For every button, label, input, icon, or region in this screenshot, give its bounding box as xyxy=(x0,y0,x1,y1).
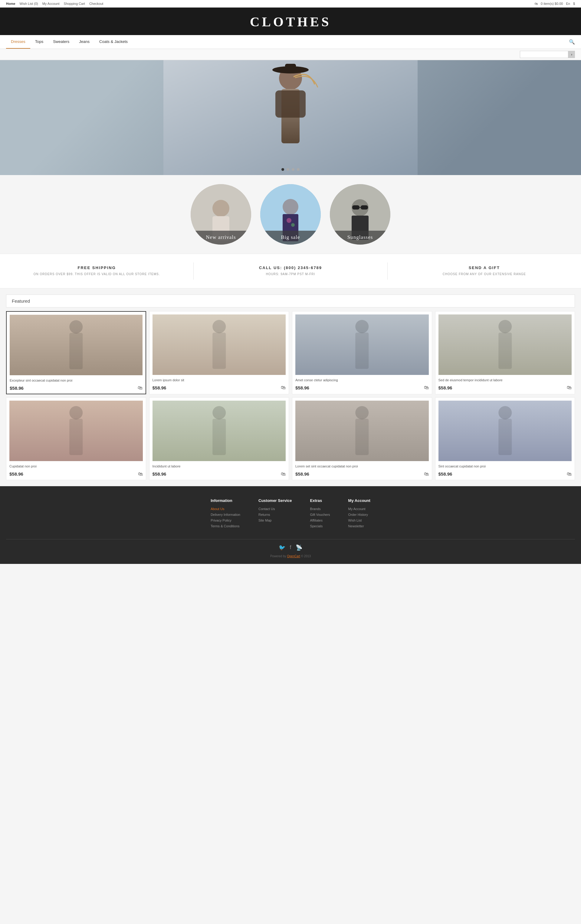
product-image xyxy=(439,314,572,375)
category-sunglasses[interactable]: Sunglasses xyxy=(330,184,391,244)
add-to-cart-button[interactable]: 🛍 xyxy=(281,385,286,390)
add-to-cart-button[interactable]: 🛍 xyxy=(138,471,143,477)
footer-link[interactable]: About Us xyxy=(210,507,240,511)
product-card[interactable]: Excepteur sint occaecat cupidatat non pr… xyxy=(6,311,146,394)
product-card[interactable]: Lorem ipsum dolor sit $58.96 🛍 xyxy=(149,311,289,394)
footer-bottom: 🐦 f 📡 Powered by OpenCart © 2013 xyxy=(6,539,575,558)
feature-gift: SEND A GIFT CHOOSE FROM ANY OF OUR EXTEN… xyxy=(387,262,581,280)
footer-column: ExtrasBrandsGift VouchersAffiliatesSpeci… xyxy=(310,498,330,530)
rss-icon[interactable]: 📡 xyxy=(296,544,302,551)
product-card[interactable]: Sed de eiusmod tempor incididunt ut labo… xyxy=(435,311,575,394)
svg-point-26 xyxy=(498,320,512,333)
footer-link[interactable]: Gift Vouchers xyxy=(310,513,330,516)
footer-copyright: Powered by OpenCart © 2013 xyxy=(6,554,575,558)
footer-link[interactable]: Contact Us xyxy=(258,507,292,511)
top-nav: Home Wish List (0) My Account Shopping C… xyxy=(6,2,103,5)
footer-link[interactable]: My Account xyxy=(348,507,371,511)
footer-link[interactable]: Order History xyxy=(348,513,371,516)
nav-item-dresses[interactable]: Dresses xyxy=(6,35,30,49)
footer-col-heading: Information xyxy=(210,498,240,503)
footer-link[interactable]: Terms & Conditions xyxy=(210,524,240,528)
product-card[interactable]: Lorem set sint occaecat cupidatat non pr… xyxy=(292,397,432,480)
footer-link[interactable]: Site Map xyxy=(258,518,292,522)
search-bar: › xyxy=(0,49,581,60)
site-header: CLOTHES xyxy=(0,8,581,35)
product-price-row: $58.96 🛍 xyxy=(9,471,143,477)
hero-dot-4[interactable] xyxy=(297,168,300,171)
facebook-icon[interactable]: f xyxy=(290,544,291,551)
search-input[interactable] xyxy=(520,51,568,58)
search-button[interactable]: › xyxy=(568,51,575,58)
site-logo[interactable]: CLOTHES xyxy=(0,14,581,30)
product-img-placeholder xyxy=(152,314,286,375)
footer-link[interactable]: Newsletter xyxy=(348,524,371,528)
language-selector[interactable]: En xyxy=(566,2,570,5)
product-image xyxy=(295,401,429,461)
cart-summary[interactable]: 0 item(s) $0.00 xyxy=(541,2,563,5)
svg-rect-17 xyxy=(361,205,368,210)
footer-link[interactable]: Specials xyxy=(310,524,330,528)
product-card[interactable]: Amet conse ctetur adipiscing $58.96 🛍 xyxy=(292,311,432,394)
footer-columns: InformationAbout UsDelivery InformationP… xyxy=(6,498,575,530)
product-image xyxy=(10,315,142,375)
top-nav-myaccount[interactable]: My Account xyxy=(42,2,60,5)
footer-link[interactable]: Returns xyxy=(258,513,292,516)
svg-point-28 xyxy=(69,406,83,419)
footer-link[interactable]: Delivery Information xyxy=(210,513,240,516)
hero-dot-2[interactable] xyxy=(286,168,289,171)
nav-item-coats[interactable]: Coats & Jackets xyxy=(94,35,132,49)
add-to-cart-button[interactable]: 🛍 xyxy=(138,385,142,391)
currency-selector[interactable]: $ xyxy=(573,2,575,5)
nav-item-sweaters[interactable]: Sweaters xyxy=(48,35,74,49)
site-footer: InformationAbout UsDelivery InformationP… xyxy=(0,486,581,564)
footer-column: InformationAbout UsDelivery InformationP… xyxy=(210,498,240,530)
opencart-link[interactable]: OpenCart xyxy=(287,554,300,558)
footer-link[interactable]: Affiliates xyxy=(310,518,330,522)
product-image xyxy=(9,401,143,461)
svg-point-34 xyxy=(498,406,512,419)
category-big-sale[interactable]: Big sale xyxy=(260,184,321,244)
footer-link[interactable]: Wish List xyxy=(348,518,371,522)
product-image xyxy=(439,401,572,461)
add-to-cart-button[interactable]: 🛍 xyxy=(424,471,429,477)
product-name: Excepteur sint occaecat cupidatat non pr… xyxy=(10,378,142,383)
twitter-icon[interactable]: 🐦 xyxy=(279,544,285,551)
add-to-cart-button[interactable]: 🛍 xyxy=(567,471,572,477)
product-image xyxy=(295,314,429,375)
top-nav-home[interactable]: Home xyxy=(6,2,15,5)
product-price-row: $58.96 🛍 xyxy=(295,385,429,390)
product-card[interactable]: Cupidatat non proi $58.96 🛍 xyxy=(6,397,146,480)
category-new-arrivals[interactable]: New arrivals xyxy=(190,184,251,244)
footer-link[interactable]: Privacy Policy xyxy=(210,518,240,522)
product-img-placeholder xyxy=(295,314,429,375)
svg-rect-31 xyxy=(212,419,226,455)
category-new-arrivals-label: New arrivals xyxy=(190,231,251,244)
products-grid: Excepteur sint occaecat cupidatat non pr… xyxy=(6,311,575,480)
svg-point-13 xyxy=(291,223,295,227)
add-to-cart-button[interactable]: 🛍 xyxy=(281,471,286,477)
hero-dot-1[interactable] xyxy=(281,168,284,171)
social-icons: 🐦 f 📡 xyxy=(6,544,575,551)
hero-svg xyxy=(0,60,581,175)
top-nav-cart[interactable]: Shopping Cart xyxy=(64,2,85,5)
feature-gift-title: SEND A GIFT xyxy=(397,266,572,270)
product-card[interactable]: Sint occaecat cupidatat non proi $58.96 … xyxy=(435,397,575,480)
product-card[interactable]: Incididunt ut labore $58.96 🛍 xyxy=(149,397,289,480)
hero-dots xyxy=(281,168,300,171)
hero-dot-3[interactable] xyxy=(292,168,295,171)
svg-point-12 xyxy=(286,218,291,223)
product-name: Lorem ipsum dolor sit xyxy=(152,378,286,383)
search-icon[interactable]: 🔍 xyxy=(569,39,575,45)
svg-point-24 xyxy=(355,320,369,333)
top-nav-wishlist[interactable]: Wish List (0) xyxy=(20,2,38,5)
svg-rect-23 xyxy=(212,333,226,369)
product-name: Incididunt ut labore xyxy=(152,464,286,469)
add-to-cart-button[interactable]: 🛍 xyxy=(567,385,572,390)
product-price-row: $58.96 🛍 xyxy=(439,385,572,390)
product-name: Cupidatat non proi xyxy=(9,464,143,469)
nav-item-tops[interactable]: Tops xyxy=(30,35,48,49)
top-nav-checkout[interactable]: Checkout xyxy=(89,2,103,5)
nav-item-jeans[interactable]: Jeans xyxy=(74,35,94,49)
footer-link[interactable]: Brands xyxy=(310,507,330,511)
add-to-cart-button[interactable]: 🛍 xyxy=(424,385,429,390)
